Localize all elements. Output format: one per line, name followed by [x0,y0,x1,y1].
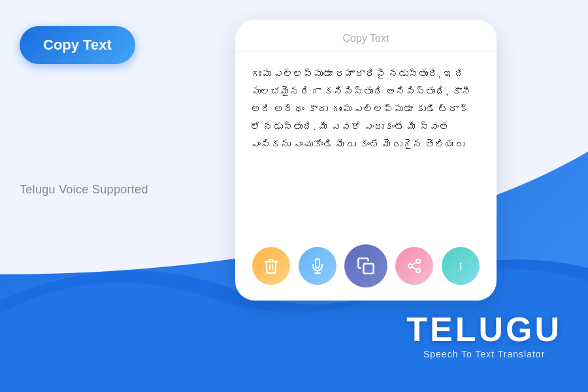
card-actions [235,234,497,301]
card-content: గుంపు ఎల్లప్పుడూ రహాదారిపై నడుస్తుంది, ఇ… [235,52,497,234]
brand-title: TELUGU [406,312,562,346]
svg-rect-2 [363,264,373,274]
phone-card: Copy Text గుంపు ఎల్లప్పుడూ రహాదారిపై నడు… [235,20,497,301]
voice-supported-label: Telugu Voice Supported [20,183,148,197]
delete-button[interactable] [252,247,290,285]
card-title: Copy Text [343,33,389,44]
brand-section: TELUGU Speech To Text Translator [406,312,562,359]
svg-line-7 [412,263,417,265]
copy-text-badge: Copy Text [20,26,135,64]
brand-subtitle: Speech To Text Translator [406,349,562,359]
left-panel: Copy Text Telugu Voice Supported [0,0,248,392]
svg-line-6 [412,267,417,270]
share-button[interactable] [395,247,433,285]
copy-button[interactable] [344,244,387,287]
card-body-text: గుంపు ఎల్లప్పుడూ రహాదారిపై నడుస్తుంది, ఇ… [251,65,481,153]
microphone-button[interactable] [299,247,336,285]
info-button[interactable] [442,247,480,285]
card-header: Copy Text [235,20,497,52]
